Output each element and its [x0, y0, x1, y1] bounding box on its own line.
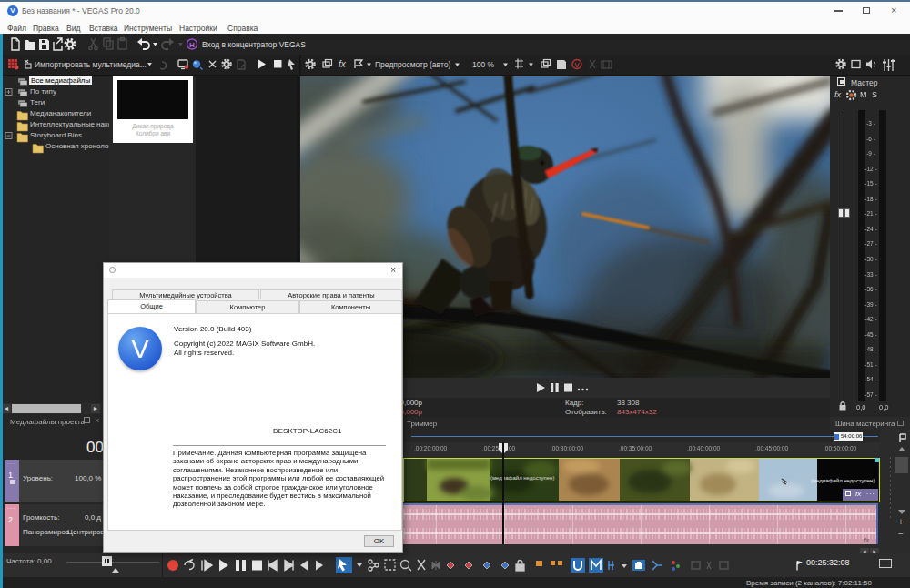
svg-text:H: H	[189, 41, 195, 49]
svg-text:fx: fx	[339, 59, 347, 69]
svg-text:V: V	[574, 61, 579, 69]
